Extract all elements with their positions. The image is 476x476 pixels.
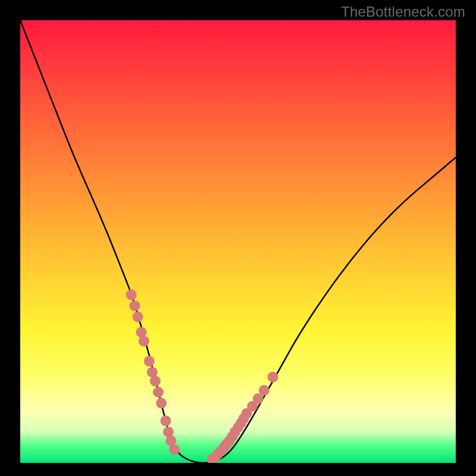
chart-frame: TheBottleneck.com — [0, 0, 476, 476]
watermark-text: TheBottleneck.com — [341, 4, 465, 20]
highlight-dot — [130, 300, 140, 311]
highlight-dot — [268, 372, 278, 383]
highlight-dot — [133, 312, 143, 322]
highlight-dot — [150, 375, 161, 386]
highlight-dot — [139, 336, 149, 346]
highlight-dot — [156, 398, 167, 409]
highlight-dot — [161, 415, 171, 426]
highlight-dots-left — [126, 289, 180, 455]
bottleneck-curve-svg — [20, 20, 456, 463]
highlight-dot — [126, 289, 137, 300]
plot-area — [20, 20, 456, 463]
highlight-dot — [169, 444, 180, 455]
bottleneck-curve-path — [20, 20, 456, 463]
highlight-dot — [144, 356, 155, 367]
highlight-dot — [259, 385, 270, 396]
highlight-dots-right — [206, 372, 278, 463]
highlight-dot — [153, 387, 164, 397]
